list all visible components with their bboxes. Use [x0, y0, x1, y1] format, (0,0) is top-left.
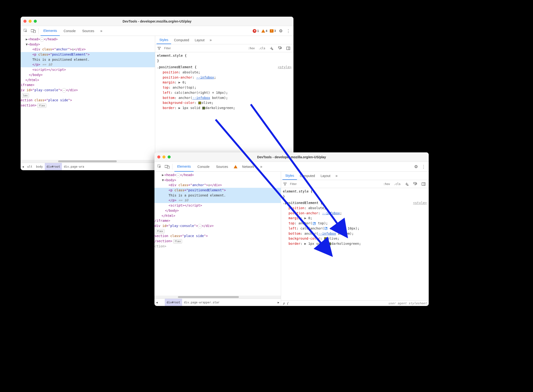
tab-console[interactable]: Console: [61, 26, 78, 36]
color-swatch-icon[interactable]: [202, 107, 205, 109]
css-rule[interactable]: position-anchor: --infobox;: [283, 211, 427, 216]
ellipsis-icon[interactable]: ⋯: [198, 224, 202, 228]
css-rule[interactable]: left: calc(anchor( right) + 10px);: [283, 226, 427, 231]
paint-icon[interactable]: [277, 45, 283, 51]
maximize-window-button[interactable]: [34, 20, 37, 23]
dom-node-play-console[interactable]: iv id="play-console">⋯</div>: [21, 88, 155, 93]
css-var-link[interactable]: --infobox: [196, 75, 214, 79]
dom-node-flex-pill[interactable]: flex: [154, 229, 281, 234]
dom-node-html-close[interactable]: </html>: [21, 78, 155, 83]
tab-elements[interactable]: Elements: [174, 162, 194, 172]
dom-tree[interactable]: ▶<head>⋯</head> ▼<body> <div class="anch…: [154, 172, 281, 296]
dom-tree[interactable]: ▶<head>⋯</head> ▼<body> <div class="anch…: [21, 36, 155, 160]
cls-button[interactable]: .cls: [258, 47, 266, 50]
titlebar[interactable]: DevTools - developer.mozilla.org/en-US/p…: [21, 17, 293, 26]
css-rule[interactable]: position: absolute;: [283, 206, 427, 211]
maximize-window-button[interactable]: [168, 155, 171, 159]
css-rule[interactable]: position-anchor: --infobox;: [157, 75, 292, 80]
styles-body[interactable]: element.style { } <style>.positionedElem…: [281, 188, 429, 300]
subtab-layout[interactable]: Layout: [318, 172, 333, 180]
inspect-icon[interactable]: [23, 28, 29, 34]
tab-sources[interactable]: Sources: [79, 26, 97, 36]
dom-node-p-close[interactable]: </p> == $0: [21, 62, 155, 67]
tab-network[interactable]: Network: [239, 162, 257, 172]
more-tabs-icon[interactable]: »: [98, 28, 105, 34]
crumb-item[interactable]: div.page-wra: [62, 163, 86, 170]
device-toggle-icon[interactable]: [30, 28, 37, 34]
new-rule-icon[interactable]: [268, 45, 275, 51]
dom-node-body-close[interactable]: </body>: [21, 72, 155, 78]
cls-button[interactable]: .cls: [393, 182, 402, 186]
crumb-prev-icon[interactable]: ◀: [154, 301, 159, 304]
panel-layout-icon[interactable]: [285, 45, 292, 51]
filter-input[interactable]: [163, 46, 245, 51]
color-swatch-icon[interactable]: [324, 237, 327, 240]
subtab-layout[interactable]: Layout: [192, 36, 207, 44]
settings-icon[interactable]: ⚙: [413, 163, 419, 170]
hov-button[interactable]: :hov: [247, 47, 256, 50]
tab-sources[interactable]: Sources: [213, 162, 231, 172]
errors-badge[interactable]: ✕1: [253, 29, 259, 33]
css-rule[interactable]: top: anchor( top);: [283, 221, 427, 226]
dom-node-flex-pill[interactable]: lex: [21, 93, 155, 98]
dom-node-html-close[interactable]: </html>: [154, 213, 281, 219]
tab-elements[interactable]: Elements: [41, 26, 60, 36]
css-rule[interactable]: border: ▶ 1px solid darkolivegreen;: [283, 241, 427, 246]
ellipsis-icon[interactable]: ⋯: [176, 173, 180, 177]
dom-node-head[interactable]: ▶<head>⋯</head>: [21, 37, 155, 42]
dom-node-script[interactable]: <script></script>: [21, 67, 155, 72]
css-rule[interactable]: bottom: anchor(--infobox bottom);: [283, 231, 427, 236]
tab-console[interactable]: Console: [195, 162, 212, 172]
dom-node-p-selected[interactable]: <p class="positionedElement">: [21, 52, 155, 57]
style-source-link[interactable]: <style>: [413, 201, 427, 205]
css-rule[interactable]: top: anchor(top);: [157, 85, 292, 90]
anchor-link-icon[interactable]: [312, 222, 316, 225]
dom-node-section[interactable]: ection class="place side">: [21, 98, 155, 103]
dom-node-iframe-close[interactable]: /iframe>: [154, 218, 281, 224]
minimize-window-button[interactable]: [29, 20, 32, 23]
crumb-item[interactable]: ult: [25, 163, 34, 170]
anchor-link-icon[interactable]: [324, 227, 328, 230]
dom-node-section-open[interactable]: section class="place side">: [154, 233, 281, 239]
titlebar[interactable]: DevTools - developer.mozilla.org/en-US/p…: [154, 152, 429, 162]
crumb-next-icon[interactable]: ▶: [276, 301, 281, 304]
panel-layout-icon[interactable]: [420, 181, 427, 187]
color-swatch-icon[interactable]: [328, 243, 331, 245]
subtab-computed[interactable]: Computed: [171, 36, 192, 44]
dom-node-div-anchor[interactable]: <div class="anchor">⚓︎</div>: [154, 183, 281, 188]
dom-node-iframe-close[interactable]: iframe>: [21, 83, 155, 88]
style-source-link[interactable]: <style>: [278, 65, 292, 69]
more-tabs-icon[interactable]: »: [258, 163, 264, 170]
dom-node-head[interactable]: ▶<head>⋯</head>: [154, 173, 281, 178]
element-style-rule[interactable]: element.style {: [283, 189, 427, 194]
rule-selector[interactable]: <style>.positionedElement {: [283, 201, 427, 206]
paint-icon[interactable]: [412, 181, 418, 187]
dom-node-p-text[interactable]: This is a positioned element.: [154, 193, 281, 198]
ellipsis-icon[interactable]: ⋯: [62, 88, 66, 93]
css-rule[interactable]: background-color: olive;: [157, 100, 292, 106]
ellipsis-icon[interactable]: ⋯: [40, 37, 44, 42]
css-var-link[interactable]: --infobox: [318, 232, 336, 235]
styles-body[interactable]: element.style { } <style>.positionedElem…: [155, 52, 293, 165]
dom-node-ction[interactable]: ction>: [154, 244, 281, 249]
rule-selector[interactable]: <style>.positionedElement {: [157, 65, 292, 70]
dom-node-play-console[interactable]: div id="play-console">⋯</div>: [154, 224, 281, 229]
css-rule[interactable]: margin: ▶ 0;: [283, 216, 427, 221]
crumb-prev-icon[interactable]: ◀: [21, 165, 25, 168]
close-window-button[interactable]: [157, 155, 160, 159]
crumb-item-selected[interactable]: div#root: [165, 299, 182, 306]
css-var-link[interactable]: --infobox: [322, 211, 340, 215]
css-rule[interactable]: left: calc(anchor(right) + 10px);: [157, 90, 292, 95]
horizontal-scrollbar[interactable]: [154, 296, 281, 299]
new-rule-icon[interactable]: [403, 181, 410, 187]
inspect-icon[interactable]: [156, 163, 163, 170]
device-toggle-icon[interactable]: [164, 163, 170, 170]
dom-node-p-text[interactable]: This is a positioned element.: [21, 57, 155, 62]
minimize-window-button[interactable]: [162, 155, 166, 159]
dom-node-section-row[interactable]: section>flex: [21, 103, 155, 108]
crumb-item[interactable]: body: [34, 163, 45, 170]
css-rule[interactable]: border: ▶ 1px solid darkolivegreen;: [157, 106, 292, 111]
issues-badge[interactable]: !3: [270, 29, 276, 33]
settings-icon[interactable]: ⚙: [278, 28, 284, 34]
subtab-styles[interactable]: Styles: [157, 36, 171, 44]
